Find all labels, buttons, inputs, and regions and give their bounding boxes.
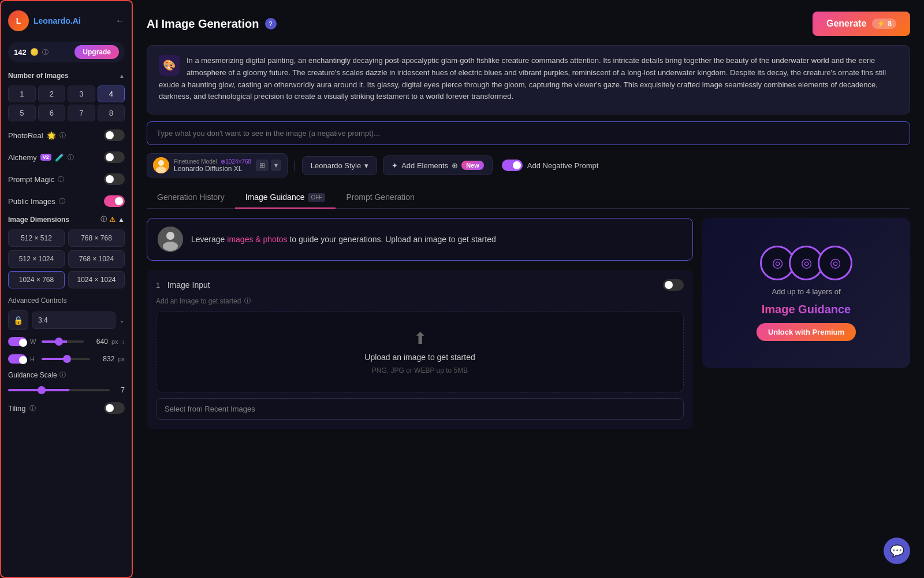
- sidebar-logo: L Leonardo.Ai: [8, 10, 81, 31]
- style-label: Leonardo Style: [311, 161, 361, 170]
- lock-ratio-row: 🔒 3:4 1:1 4:3 ⌄: [8, 310, 125, 330]
- dim-1024x768[interactable]: 1024 × 768: [8, 271, 65, 288]
- num-btn-6[interactable]: 6: [38, 105, 66, 121]
- num-images-section-title: Number of Images ▲: [8, 72, 125, 80]
- generate-button[interactable]: Generate ⚡ 8: [813, 12, 910, 36]
- num-btn-1[interactable]: 1: [8, 86, 36, 102]
- input-number: 1: [156, 281, 160, 290]
- num-btn-4[interactable]: 4: [98, 86, 125, 102]
- main-header: AI Image Generation ? Generate ⚡ 8: [147, 12, 910, 36]
- neg-prompt-toggle[interactable]: [502, 160, 523, 171]
- dim-1024x1024[interactable]: 1024 × 1024: [68, 271, 125, 288]
- photoreal-toggle[interactable]: [104, 129, 125, 141]
- upload-area[interactable]: ⬆ Upload an image to get started PNG, JP…: [156, 311, 684, 392]
- tabs-row: Generation History Image Guidance OFF Pr…: [147, 187, 910, 209]
- image-input-header: 1 Image Input: [156, 279, 684, 291]
- num-btn-2[interactable]: 2: [38, 86, 66, 102]
- num-images-grid: 1 2 3 4 5 6 7 8: [8, 86, 125, 121]
- prompt-magic-info-icon[interactable]: ⓘ: [58, 175, 64, 184]
- svg-point-5: [163, 242, 178, 251]
- unlock-premium-button[interactable]: Unlock with Premium: [757, 323, 856, 341]
- public-images-toggle[interactable]: [104, 195, 125, 207]
- dim-512x1024[interactable]: 512 × 1024: [8, 250, 65, 268]
- model-info: Finetuned Model ⊕1024×768 Leonardo Diffu…: [174, 158, 251, 173]
- num-btn-5[interactable]: 5: [8, 105, 36, 121]
- guidance-banner-text: Leverage images & photos to guide your g…: [191, 235, 496, 244]
- prompt-box: 🎨 In a mesmerizing digital painting, an …: [147, 45, 910, 114]
- model-copy-icon[interactable]: ⊞: [256, 160, 269, 171]
- num-btn-8[interactable]: 8: [98, 105, 125, 121]
- model-name: Leonardo Diffusion XL: [174, 165, 251, 173]
- height-slider[interactable]: [42, 358, 90, 360]
- tiling-toggle[interactable]: [104, 402, 125, 414]
- style-button[interactable]: Leonardo Style ▾: [302, 156, 377, 175]
- credit-icon: 🪙: [30, 48, 39, 56]
- alchemy-toggle[interactable]: [104, 151, 125, 163]
- sidebar-header: L Leonardo.Ai ←: [8, 8, 125, 36]
- add-hint-info-icon[interactable]: ⓘ: [244, 297, 251, 305]
- tab-image-guidance[interactable]: Image Guidance OFF: [235, 187, 336, 209]
- premium-title: Add up to 4 layers of: [772, 287, 840, 296]
- num-btn-3[interactable]: 3: [68, 86, 95, 102]
- dim-512x512[interactable]: 512 × 512: [8, 229, 65, 247]
- tiling-row: Tiling ⓘ: [8, 400, 125, 416]
- guidance-avatar: [158, 227, 183, 252]
- prompt-magic-toggle[interactable]: [104, 173, 125, 185]
- input-label: Image Input: [167, 280, 210, 290]
- main-left: Leverage images & photos to guide your g…: [147, 218, 693, 436]
- negative-prompt-input[interactable]: [147, 121, 910, 145]
- width-px-label: px: [111, 338, 118, 345]
- add-elements-label: Add Elements: [401, 161, 448, 170]
- public-images-info-icon[interactable]: ⓘ: [59, 197, 65, 206]
- main-two-col: Leverage images & photos to guide your g…: [147, 218, 910, 436]
- image-dim-chevron: ▲: [118, 216, 125, 224]
- guidance-banner: Leverage images & photos to guide your g…: [147, 218, 693, 261]
- add-elements-button[interactable]: ✦ Add Elements ⊕ New: [383, 155, 493, 175]
- model-expand-icon[interactable]: ▾: [271, 160, 281, 171]
- guidance-scale-slider[interactable]: [8, 389, 110, 391]
- avatar: L: [8, 10, 29, 31]
- guidance-link[interactable]: images & photos: [227, 235, 287, 244]
- header-help-icon[interactable]: ?: [265, 18, 277, 29]
- height-px-label: px: [118, 355, 125, 362]
- alchemy-row: Alchemy V2 🧪 ⓘ: [8, 149, 125, 165]
- tab-generation-history[interactable]: Generation History: [147, 187, 235, 209]
- new-badge: New: [461, 161, 484, 170]
- photoreal-info-icon[interactable]: ⓘ: [59, 131, 66, 140]
- width-lock-toggle[interactable]: [8, 337, 27, 346]
- model-selector[interactable]: Finetuned Model ⊕1024×768 Leonardo Diffu…: [147, 153, 288, 177]
- generate-badge: ⚡ 8: [872, 18, 896, 29]
- credits-info-icon[interactable]: ⓘ: [42, 48, 49, 57]
- num-btn-7[interactable]: 7: [68, 105, 95, 121]
- lock-button[interactable]: 🔒: [8, 310, 28, 330]
- recent-images-select[interactable]: Select from Recent Images: [156, 398, 684, 420]
- aspect-ratio-select[interactable]: 3:4 1:1 4:3: [32, 312, 116, 329]
- dim-768x1024[interactable]: 768 × 1024: [68, 250, 125, 268]
- prompt-text: In a mesmerizing digital painting, an en…: [159, 56, 886, 101]
- collapse-button[interactable]: ←: [116, 16, 125, 26]
- h-label: H: [30, 355, 38, 362]
- warning-icon: ⚠: [109, 216, 116, 224]
- premium-icons: ◎ ◎ ◎: [760, 246, 852, 280]
- height-lock-toggle[interactable]: [8, 354, 27, 364]
- svg-point-4: [166, 232, 174, 240]
- public-images-label: Public Images ⓘ: [8, 197, 65, 206]
- alchemy-info-icon[interactable]: ⓘ: [68, 153, 74, 162]
- main-right: Image Input Image Input Image Input ◎: [702, 218, 910, 436]
- guidance-info-icon[interactable]: ⓘ: [59, 370, 66, 379]
- credits-row: 142 🪙 ⓘ Upgrade: [8, 42, 125, 62]
- add-image-hint: Add an image to get started ⓘ: [156, 297, 684, 305]
- tab-prompt-generation[interactable]: Prompt Generation: [336, 187, 424, 209]
- chat-bubble[interactable]: 💬: [884, 538, 910, 564]
- guidance-scale-row: Guidance Scale ⓘ: [8, 370, 125, 379]
- tiling-info-icon[interactable]: ⓘ: [29, 404, 36, 413]
- guidance-scale-value: 7: [113, 386, 125, 394]
- upgrade-button[interactable]: Upgrade: [74, 45, 119, 59]
- image-input-toggle[interactable]: [663, 279, 684, 291]
- dim-768x768[interactable]: 768 × 768: [68, 229, 125, 247]
- width-slider[interactable]: [42, 340, 84, 343]
- ratio-chevron: ⌄: [119, 316, 125, 324]
- main-content: AI Image Generation ? Generate ⚡ 8 🎨 In …: [133, 0, 924, 578]
- neg-prompt-toggle-label: Add Negative Prompt: [527, 161, 599, 170]
- image-dim-info-icon[interactable]: ⓘ: [100, 215, 107, 224]
